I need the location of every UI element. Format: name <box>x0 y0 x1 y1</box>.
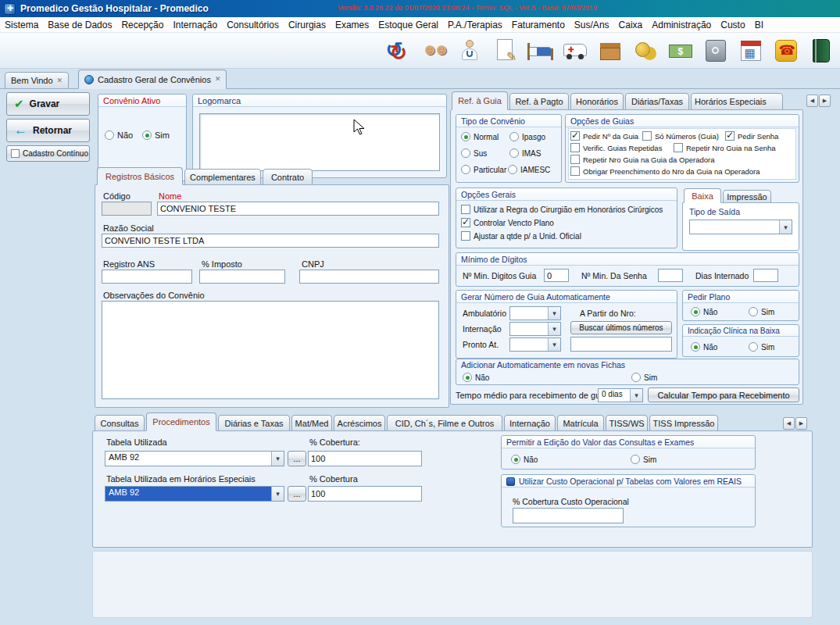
chevron-down-icon[interactable] <box>630 389 642 402</box>
menu-exames[interactable]: Exames <box>331 17 374 33</box>
tab-honorarios[interactable]: Honorários <box>570 93 624 110</box>
internacao-combo[interactable] <box>509 322 561 336</box>
checkbox-regra-cirurgiao[interactable]: Utilizar a Regra do Cirurgião em Honorár… <box>461 205 663 214</box>
tab-internacao-proc[interactable]: Internação <box>504 415 556 431</box>
tabela-he-browse-button[interactable]: ... <box>288 486 306 502</box>
menu-estoque-geral[interactable]: Estoque Geral <box>374 17 443 33</box>
chevron-down-icon[interactable] <box>548 338 560 351</box>
tab-contrato[interactable]: Contrato <box>263 169 313 185</box>
tipo-saida-combo[interactable] <box>689 220 792 234</box>
checkbox-ajustar-qtde-unid-oficial[interactable]: Ajustar a qtde p/ a Unid. Oficial <box>461 231 581 241</box>
min-senha-input[interactable] <box>658 269 683 282</box>
sync-toolbar-button[interactable] <box>382 34 416 67</box>
menu-internacao[interactable]: Internação <box>168 17 222 33</box>
logomarca-image-area[interactable] <box>199 113 440 171</box>
tab-procedimentos[interactable]: Procedimentos <box>146 412 216 431</box>
radio-fichas-sim[interactable]: Sim <box>631 373 657 382</box>
ambulatorio-combo[interactable] <box>509 306 561 320</box>
radio-permitir-nao[interactable]: Não <box>511 455 538 464</box>
radio-tipo-imas[interactable]: IMAS <box>509 148 541 158</box>
tempo-recebimento-combo[interactable]: 0 dias <box>598 388 643 402</box>
radio-pedir-plano-sim[interactable]: Sim <box>749 307 774 316</box>
checkbox-verific-guias-repetidas[interactable]: Verific. Guias Repetidas <box>570 143 662 152</box>
radio-tipo-particular[interactable]: Particular <box>461 165 506 174</box>
radio-tipo-ipasgo[interactable]: Ipasgo <box>509 132 545 141</box>
stock-toolbar-button[interactable] <box>593 34 627 67</box>
checkbox-pedir-numero-guia[interactable]: Pedir Nº da Guia <box>570 131 638 141</box>
tab-ref-a-pagto[interactable]: Ref. à Pagto <box>509 93 569 110</box>
cobertura-custo-input[interactable] <box>513 508 624 523</box>
observacoes-textarea[interactable] <box>102 301 439 399</box>
cobertura-he-input[interactable] <box>308 486 422 502</box>
tab-ref-a-guia[interactable]: Ref. à Guia <box>452 91 508 110</box>
checkbox-so-numeros-guia[interactable]: Só Números (Guia) <box>642 131 719 141</box>
bottom-tab-scroll-left-button[interactable] <box>783 417 795 430</box>
cnpj-input[interactable] <box>299 270 439 284</box>
tab-tiss-impressao[interactable]: TISS Impressão <box>649 415 718 431</box>
exams-toolbar-button[interactable] <box>488 34 521 67</box>
tab-cadastro-convenios[interactable]: Cadastro Geral de Convênios <box>78 70 227 89</box>
radio-tipo-iamesc[interactable]: IAMESC <box>508 165 550 174</box>
radio-tipo-normal[interactable]: Normal <box>461 132 499 141</box>
calcular-tempo-button[interactable]: Calcular Tempo para Recebimento <box>648 388 799 402</box>
menu-sistema[interactable]: Sistema <box>0 17 43 33</box>
close-icon[interactable] <box>57 77 63 84</box>
radio-indicacao-sim[interactable]: Sim <box>749 342 774 352</box>
radio-indicacao-nao[interactable]: Não <box>691 342 717 352</box>
radio-fichas-nao[interactable]: Não <box>463 373 489 382</box>
billing-toolbar-button[interactable] <box>663 34 697 67</box>
tabela-horarios-especiais-combo[interactable]: AMB 92 <box>105 486 284 502</box>
min-digitos-guia-input[interactable] <box>544 269 569 282</box>
radio-ativo-sim[interactable]: Sim <box>142 130 170 140</box>
razao-social-input[interactable] <box>102 234 439 248</box>
tab-bem-vindo[interactable]: Bem Vindo <box>5 72 69 89</box>
tab-scroll-left-button[interactable] <box>806 95 818 107</box>
menu-custo[interactable]: Custo <box>716 17 749 33</box>
tab-horarios-especiais[interactable]: Horários Especiais <box>691 93 783 110</box>
close-icon[interactable] <box>215 76 221 83</box>
tab-baixa[interactable]: Baixa <box>684 188 721 203</box>
gravar-button[interactable]: Gravar <box>6 92 90 116</box>
checkbox-repetir-nro-guia-operadora[interactable]: Repetir Nro Guia na Guia da Operadora <box>570 155 714 164</box>
cobertura-input[interactable] <box>308 451 422 466</box>
radio-tipo-sus[interactable]: Sus <box>461 148 487 158</box>
checkbox-obrigar-preenchimento-nro[interactable]: Obrigar Preenchimento do Nro da Guia na … <box>570 166 760 176</box>
radio-pedir-plano-nao[interactable]: Não <box>691 307 717 316</box>
chevron-down-icon[interactable] <box>271 487 284 501</box>
pronto-at-combo[interactable] <box>509 338 561 352</box>
chevron-down-icon[interactable] <box>779 220 792 234</box>
safe-toolbar-button[interactable] <box>699 34 732 67</box>
menu-caixa[interactable]: Caixa <box>614 17 648 33</box>
radio-permitir-sim[interactable]: Sim <box>631 455 656 464</box>
tabela-browse-button[interactable]: ... <box>288 451 306 466</box>
buscar-ultimos-numeros-button[interactable]: Buscar últimos números <box>570 321 672 334</box>
menu-base-de-dados[interactable]: Base de Dados <box>43 17 116 33</box>
tab-registros-basicos[interactable]: Registros Básicos <box>97 167 183 185</box>
tab-scroll-right-button[interactable] <box>819 95 831 107</box>
checkbox-repetir-nro-guia-senha[interactable]: Repetir Nro Guia na Senha <box>674 143 776 152</box>
patients-toolbar-button[interactable] <box>417 34 451 67</box>
ambulance-toolbar-button[interactable] <box>558 34 592 67</box>
chevron-down-icon[interactable] <box>548 323 560 335</box>
tab-matricula[interactable]: Matrícula <box>557 415 604 431</box>
tab-consultas[interactable]: Consultas <box>95 415 145 431</box>
retornar-button[interactable]: Retornar <box>6 119 90 142</box>
dias-internado-input[interactable] <box>753 269 778 282</box>
tab-complementares[interactable]: Complementares <box>184 169 261 185</box>
menu-pa-terapias[interactable]: P.A./Terapias <box>443 17 507 33</box>
tab-cid-chs-filme-outros[interactable]: CID, Ch´s, Filme e Outros <box>387 415 502 431</box>
bottom-tab-scroll-right-button[interactable] <box>795 417 807 430</box>
radio-ativo-nao[interactable]: Não <box>105 130 133 140</box>
tab-mat-med[interactable]: Mat/Med <box>291 415 332 431</box>
menu-bi[interactable]: BI <box>750 17 768 33</box>
chevron-down-icon[interactable] <box>271 452 284 466</box>
checkbox-controlar-vencto-plano[interactable]: Controlar Vencto Plano <box>461 218 554 227</box>
menu-cirurgias[interactable]: Cirurgias <box>284 17 331 33</box>
tab-diarias-taxas[interactable]: Diárias/Taxas <box>625 93 689 110</box>
agenda-toolbar-button[interactable] <box>734 34 767 67</box>
phone-toolbar-button[interactable] <box>769 34 802 67</box>
bed-toolbar-button[interactable] <box>523 34 556 67</box>
tab-diarias-e-taxas[interactable]: Diárias e Taxas <box>218 415 290 431</box>
menu-faturamento[interactable]: Faturamento <box>507 17 570 33</box>
menu-administracao[interactable]: Administração <box>647 17 716 33</box>
